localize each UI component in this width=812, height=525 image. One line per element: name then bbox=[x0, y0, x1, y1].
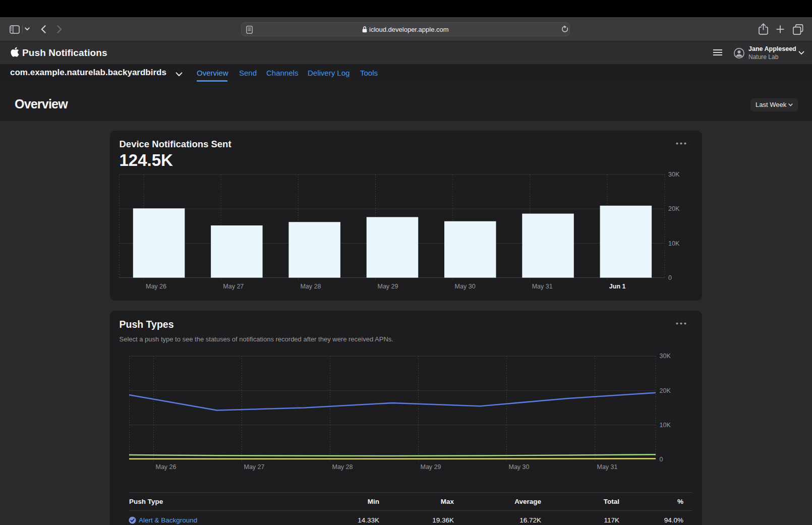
svg-text:May 27: May 27 bbox=[223, 283, 244, 290]
svg-text:May 27: May 27 bbox=[244, 463, 265, 471]
svg-text:May 31: May 31 bbox=[532, 283, 553, 290]
svg-text:30K: 30K bbox=[668, 171, 680, 178]
svg-text:May 28: May 28 bbox=[332, 463, 353, 471]
svg-text:May 31: May 31 bbox=[597, 463, 618, 471]
svg-text:10K: 10K bbox=[668, 240, 680, 247]
svg-text:0: 0 bbox=[668, 274, 672, 281]
svg-text:May 29: May 29 bbox=[421, 463, 441, 471]
svg-text:20K: 20K bbox=[668, 205, 680, 212]
svg-text:10K: 10K bbox=[660, 422, 671, 429]
svg-text:May 26: May 26 bbox=[146, 283, 166, 290]
svg-text:20K: 20K bbox=[660, 387, 671, 394]
svg-text:May 26: May 26 bbox=[156, 463, 177, 471]
svg-text:Jun 1: Jun 1 bbox=[609, 283, 626, 290]
svg-text:May 28: May 28 bbox=[300, 283, 321, 290]
svg-text:May 30: May 30 bbox=[455, 283, 476, 290]
svg-text:0: 0 bbox=[660, 456, 663, 463]
svg-text:30K: 30K bbox=[660, 353, 671, 360]
svg-text:May 29: May 29 bbox=[378, 283, 398, 290]
svg-text:May 30: May 30 bbox=[509, 463, 530, 471]
